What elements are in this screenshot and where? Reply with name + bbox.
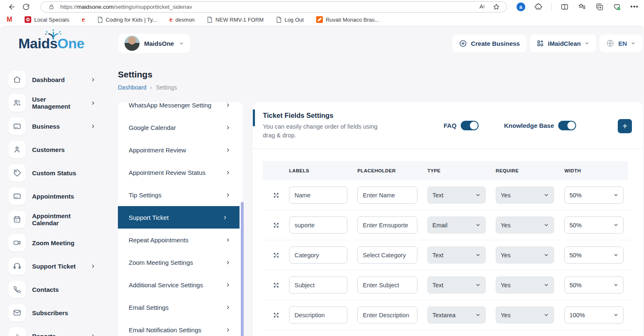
bookmark-log-out[interactable]: Log Out [276, 17, 304, 23]
settings-nav-repeat-appointments[interactable]: Repeat Appointments [118, 229, 242, 251]
extensions-icon[interactable] [534, 2, 543, 11]
document-icon [207, 17, 212, 23]
bookmarks-bar: M Local Specials e Coding for Kids | Ty.… [0, 13, 644, 26]
settings-nav-scrollbar[interactable] [241, 202, 244, 336]
drag-handle-icon[interactable] [263, 282, 289, 289]
field-placeholder-input[interactable] [357, 276, 417, 294]
field-width-select[interactable]: 50% [564, 246, 624, 264]
language-selector[interactable]: EN [599, 35, 642, 52]
browser-essentials-icon[interactable] [612, 2, 622, 11]
account-switcher[interactable]: MaidsOne [119, 34, 190, 53]
chevron-down-icon [475, 192, 481, 198]
settings-nav-tip-settings[interactable]: Tip Settings [118, 184, 242, 206]
bookmark-rmv-form[interactable]: NEW RMV-1 FORM [207, 17, 264, 23]
bookmark-desmon[interactable]: edesmon [170, 15, 195, 24]
field-label-input[interactable] [289, 306, 347, 324]
calendar-icon [8, 211, 26, 228]
user-avatar [125, 36, 140, 51]
field-label-input[interactable] [289, 187, 347, 204]
field-label-input[interactable] [289, 246, 347, 264]
sidebar-item-support-ticket[interactable]: Support Ticket [0, 257, 109, 275]
chevron-down-icon [613, 222, 619, 228]
bookmark-e-site[interactable]: e [82, 15, 85, 24]
sidebar-item-zoom-meeting[interactable]: Zoom Meeting [0, 234, 109, 252]
bookmark-ruvati[interactable]: Ruvati Monaco Bras... [316, 16, 379, 23]
field-width-select[interactable]: 100% [564, 306, 624, 324]
sidebar-item-dashboard[interactable]: Dashboard [0, 70, 109, 89]
more-menu-icon[interactable]: ••• [630, 2, 639, 11]
settings-nav-additional-service[interactable]: Additional Service Settings [118, 274, 242, 296]
breadcrumb-separator: › [150, 84, 152, 91]
field-type-select[interactable]: Text [427, 246, 486, 264]
field-width-select[interactable]: 50% [564, 187, 624, 204]
chevron-right-icon [225, 305, 231, 310]
drag-handle-icon[interactable] [263, 312, 289, 319]
sidebar-item-subscribers[interactable]: Subscribers [0, 304, 109, 322]
field-require-select[interactable]: Yes [496, 217, 554, 234]
chevron-right-icon [90, 334, 96, 336]
chevron-right-icon [225, 327, 231, 333]
workspace-switcher[interactable]: iMaidClean [530, 35, 596, 52]
sidebar-item-custom-status[interactable]: Custom Status [0, 164, 109, 182]
field-type-select[interactable]: Email [427, 217, 486, 234]
field-require-select[interactable]: Yes [496, 187, 554, 204]
settings-nav-email-settings[interactable]: Email Settings [118, 296, 242, 319]
sidebar-item-contacts[interactable]: Contacts [0, 280, 109, 299]
chevron-right-icon [225, 125, 231, 130]
chevron-right-icon [225, 192, 231, 198]
favorites-bar-icon[interactable] [577, 2, 587, 11]
table-row: Email Yes 50% [263, 210, 633, 240]
field-label-input[interactable] [289, 217, 347, 234]
settings-nav-zoom-meeting-settings[interactable]: Zoom Meeting Settings [118, 251, 242, 274]
field-type-select[interactable]: Text [427, 187, 486, 204]
field-placeholder-input[interactable] [357, 187, 417, 204]
field-placeholder-input[interactable] [357, 306, 417, 324]
address-bar[interactable]: https://maidsone.com/settings#supporttic… [40, 1, 507, 12]
settings-nav-appointment-review[interactable]: Appointment Review [118, 139, 242, 161]
field-label-input[interactable] [289, 276, 347, 294]
knowledge-base-toggle[interactable] [558, 121, 576, 130]
bookmark-local-specials[interactable]: Local Specials [25, 16, 69, 23]
field-type-select[interactable]: Textarea [427, 306, 486, 324]
bookmark-gmail[interactable]: M [7, 16, 12, 23]
sidebar-item-business[interactable]: Business [0, 117, 109, 135]
settings-nav-appointment-review-status[interactable]: Appointment Review Status [118, 161, 242, 184]
sidebar-item-appointments[interactable]: Appointments [0, 187, 109, 205]
field-require-select[interactable]: Yes [496, 246, 554, 264]
drag-handle-icon[interactable] [263, 252, 289, 259]
panel-accent-bar [253, 110, 255, 126]
field-width-select[interactable]: 50% [564, 217, 624, 234]
field-require-select[interactable]: Yes [496, 276, 554, 294]
read-aloud-icon[interactable] [477, 3, 487, 10]
favorite-star-icon[interactable] [491, 3, 502, 10]
drag-handle-icon[interactable] [263, 192, 289, 199]
sidebar-item-reports[interactable]: Reports [0, 327, 109, 336]
bookmark-coding-for-kids[interactable]: Coding for Kids | Ty... [97, 17, 157, 23]
breadcrumb-dashboard-link[interactable]: Dashboard [118, 84, 147, 91]
sidebar-item-appointment-calendar[interactable]: Appointment Calendar [0, 210, 109, 229]
settings-nav-whatsapp[interactable]: WhatsApp Messenger Setting [118, 102, 242, 116]
settings-nav-google-calendar[interactable]: Google Calendar [118, 116, 242, 139]
collections-icon[interactable] [595, 2, 604, 11]
settings-nav-email-notification[interactable]: Email Notification Settings [118, 319, 242, 336]
chevron-down-icon [584, 41, 589, 46]
column-header-labels: LABELS [289, 168, 357, 173]
field-placeholder-input[interactable] [357, 246, 417, 264]
faq-toggle[interactable] [461, 121, 479, 130]
split-screen-icon[interactable] [560, 2, 569, 11]
settings-nav-support-ticket[interactable]: Support Ticket [118, 206, 240, 229]
field-require-select[interactable]: Yes [496, 306, 554, 324]
drag-handle-icon[interactable] [263, 222, 289, 229]
create-business-button[interactable]: Create Business [452, 35, 527, 52]
back-button[interactable] [5, 1, 19, 12]
field-width-select[interactable]: 50% [564, 276, 624, 294]
field-placeholder-input[interactable] [357, 217, 417, 234]
sidebar-item-customers[interactable]: Customers [0, 140, 109, 159]
chevron-down-icon [475, 312, 481, 318]
profile-avatar-icon[interactable]: a [516, 2, 525, 11]
add-field-button[interactable]: + [618, 119, 632, 133]
refresh-button[interactable] [19, 1, 33, 12]
sidebar-item-user-management[interactable]: User Management [0, 94, 109, 112]
field-type-select[interactable]: Text [427, 276, 486, 294]
chevron-down-icon [613, 312, 619, 318]
